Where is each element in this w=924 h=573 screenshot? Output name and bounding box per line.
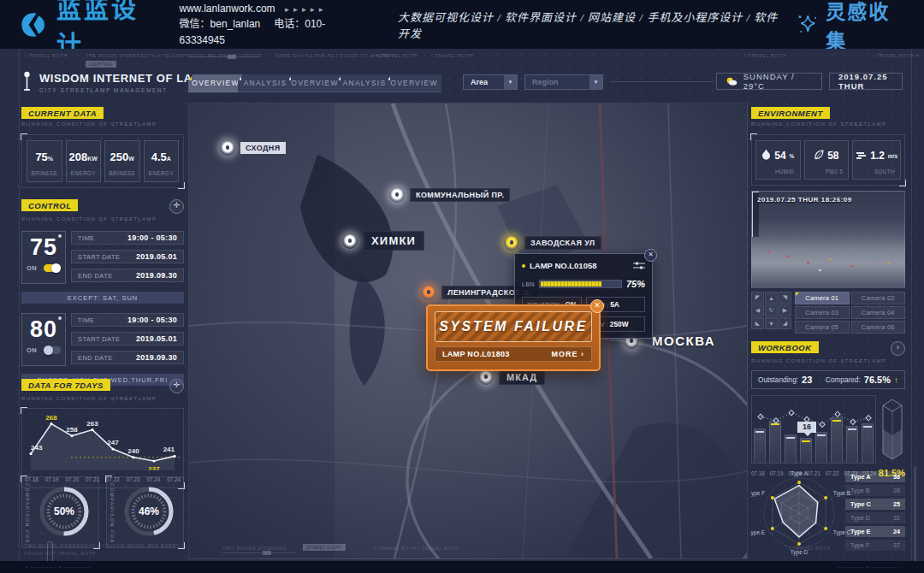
tab-overview[interactable]: OVERVIEW [387, 74, 441, 92]
map-pin[interactable]: ЗАВОДСКАЯ УЛ [504, 235, 601, 251]
schedule-value[interactable]: 2019.09.30 [136, 271, 177, 280]
pan-up-left-icon[interactable]: ◤ [751, 292, 764, 304]
map-pin[interactable]: СХОДНЯ [220, 140, 286, 156]
outstanding-value: 23 [802, 375, 812, 385]
radar-legend-row[interactable]: Type C25 [845, 499, 905, 510]
schedule-row: TIME19:00 - 05:30 [71, 231, 184, 245]
radar-legend-row[interactable]: Type D31 [845, 512, 905, 523]
workbook-panel: WORKBOOK › RUNNING CONDITION OF STREETLA… [751, 341, 905, 478]
control-panel: CONTROL ✛ RUNNING CONDITION OF STREETLAM… [21, 199, 184, 386]
frame-line [911, 49, 912, 561]
power-toggle[interactable] [44, 264, 61, 272]
stat-card: 75%BRINESS [27, 140, 62, 182]
stat-value: 250W [105, 149, 139, 164]
pan-right-icon[interactable]: ▶ [779, 304, 791, 316]
env-card-top: 58 [808, 148, 846, 163]
nav-tabs: OVERVIEWANALYSISOVERVIEWANALYSISOVERVIEW [188, 74, 436, 92]
schedule-row: TIME19:00 - 05:30 [71, 313, 184, 327]
tab-analysis[interactable]: ANALYSIS [337, 74, 392, 92]
camera-button[interactable]: Camera 06 [851, 321, 906, 334]
panel-subtitle: RUNNING CONDITION OF STREETLAMP [21, 121, 184, 127]
add-button[interactable]: ✛ [169, 379, 184, 393]
scrollbar[interactable] [914, 466, 916, 565]
pan-down-icon[interactable]: ▼ [765, 317, 778, 329]
stat-value: 208KW [67, 149, 101, 164]
map-pin[interactable]: МКАД [478, 369, 545, 385]
camera-buttons: Camera 01Camera 02Camera 03Camera 04Came… [795, 292, 905, 334]
radar-legend-row[interactable]: Type B28 [845, 485, 905, 496]
map-pin[interactable]: КОММУНАЛЬНЫЙ ПР. [389, 187, 510, 203]
env-unit: % [790, 153, 795, 159]
pan-down-left-icon[interactable]: ◣ [751, 317, 764, 329]
weather-widget: SUNNDAY / 29°C [716, 73, 822, 90]
lamp-dot-icon [58, 316, 62, 320]
dashboard: ▪ TRAVEL BOTHTHE ROADS DIVERGED IN A YEL… [0, 49, 924, 573]
tab-overview[interactable]: OVERVIEW [287, 74, 342, 92]
pan-up-right-icon[interactable]: ◥ [779, 292, 791, 304]
decor-text: ▪ TRAVEL BOTH ▾ [873, 53, 919, 58]
brightness-setpoint: 80ON [21, 313, 66, 366]
trend-up-icon: ↑ [894, 375, 898, 385]
close-icon[interactable]: ✕ [644, 249, 657, 262]
services-list: 大数据可视化设计 / 软件界面设计 / 网站建设 / 手机及小程序设计 / 软件… [398, 9, 783, 41]
refresh-icon[interactable]: ↻ [765, 304, 778, 316]
control-groups: 75ONTIME19:00 - 05:30START DATE2019.05.0… [21, 231, 184, 386]
region-select[interactable]: Region ▼ [524, 74, 603, 90]
schedule-row: START DATE2019.05.01 [71, 332, 184, 346]
tab-overview[interactable]: OVERVIEW [188, 74, 243, 92]
tab-analysis[interactable]: ANALYSIS [238, 74, 293, 92]
more-button[interactable]: MORE › [551, 350, 584, 358]
env-value: 54 [774, 150, 785, 162]
decor-text: ▪ TRAVEL BOTH [376, 53, 418, 58]
pin-label: ЗАВОДСКАЯ УЛ [524, 236, 601, 250]
workbook-stats: Outstanding: 23 Compared: 76.5% ↑ [751, 370, 905, 389]
area-select[interactable]: Area ▼ [463, 74, 518, 90]
env-value: 1.2 [870, 150, 885, 162]
control-group: 80ONTIME19:00 - 05:30START DATE2019.05.0… [21, 313, 184, 366]
schedule-value[interactable]: 19:00 - 05:30 [127, 233, 177, 242]
on-label: ON [27, 346, 37, 354]
brightness-bar[interactable] [539, 280, 622, 288]
pan-up-icon[interactable]: ▲ [765, 292, 778, 304]
camera-button[interactable]: Camera 05 [795, 321, 850, 334]
camera-button[interactable]: Camera 03 [795, 306, 850, 319]
schedule-value[interactable]: 2019.09.30 [136, 353, 177, 362]
decor-slider [188, 56, 260, 57]
power-toggle[interactable] [44, 346, 61, 354]
system-failure-alert: ✕ SYSTEM FAILURE LAMP NO.L01803 MORE › [426, 304, 601, 371]
website-link[interactable]: www.lanlanwork.com [180, 3, 275, 15]
schedule-value[interactable]: 19:00 - 05:30 [127, 316, 177, 324]
radar-legend-row[interactable]: Type A36 [845, 471, 905, 482]
env-label: HUMID [759, 168, 797, 174]
legend-label: Type E [850, 528, 870, 535]
alert-title-box: SYSTEM FAILURE [435, 311, 592, 342]
pan-left-icon[interactable]: ◀ [751, 304, 764, 316]
city-map[interactable]: СХОДНЯКОММУНАЛЬНЫЙ ПР.ХИМКИЗАВОДСКАЯ УЛЛ… [188, 103, 748, 559]
panel-tag: WORKBOOK [751, 341, 819, 353]
gauge-label: COMPARISON FOR [110, 483, 115, 544]
close-icon[interactable]: ✕ [590, 299, 604, 313]
pan-down-right-icon[interactable]: ◢ [779, 317, 791, 329]
chevron-down-icon[interactable]: ▼ [504, 75, 517, 89]
footer-bar: ▪ ─────── ▪ ─────── ─────── ▪ ─────── [0, 561, 924, 573]
date-widget: 2019.07.25 THUR [829, 73, 903, 90]
page-title: WISDOM INTERNET OF LAMP [39, 72, 210, 85]
camera-feed[interactable]: 2019.07.25 THUR 18:26:09 [751, 191, 905, 288]
camera-button[interactable]: Camera 04 [851, 306, 906, 319]
except-days: EXCEPT: SAT, SUN [21, 292, 184, 304]
map-pin[interactable]: ХИМКИ [342, 231, 424, 251]
camera-button[interactable]: Camera 01 [795, 292, 850, 304]
sliders-icon[interactable] [633, 262, 645, 269]
schedule-value[interactable]: 2019.05.01 [136, 252, 177, 261]
radar-legend-row[interactable]: Type E24 [845, 526, 905, 537]
schedule-value[interactable]: 2019.05.01 [136, 334, 177, 343]
current-data-panel: CURRENT DATA RUNNING CONDITION OF STREET… [21, 107, 184, 188]
add-button[interactable]: ✛ [169, 199, 184, 214]
legend-label: Type D [850, 514, 870, 522]
chevron-down-icon[interactable]: ▼ [589, 75, 602, 89]
lamp-pin-icon [421, 285, 436, 300]
streetlamp-icon [21, 71, 33, 93]
camera-button[interactable]: Camera 02 [851, 292, 906, 304]
stat-label: ENERGY [67, 170, 101, 176]
next-button[interactable]: › [891, 341, 905, 356]
